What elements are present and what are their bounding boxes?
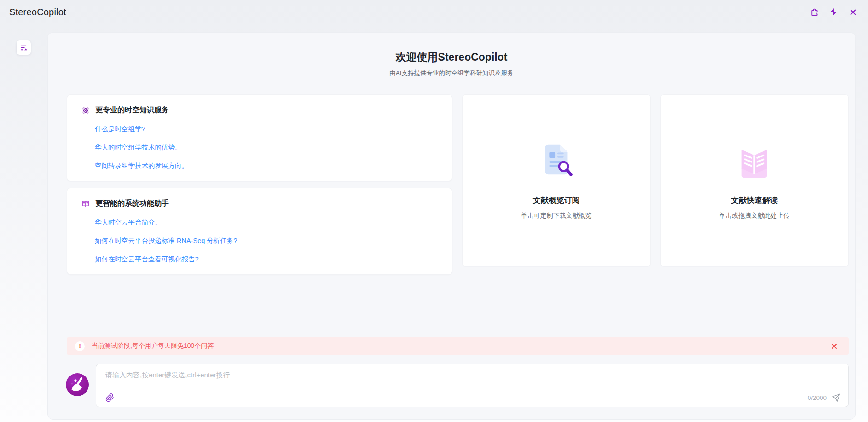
literature-reading-card[interactable]: 文献快速解读 单击或拖拽文献此处上传 bbox=[660, 94, 849, 266]
welcome-block: 欢迎使用StereoCopilot 由AI支持提供专业的时空组学科研知识及服务 bbox=[48, 33, 855, 77]
question-link[interactable]: 空间转录组学技术的发展方向。 bbox=[95, 162, 438, 170]
knowledge-card-title: 更专业的时空知识服务 bbox=[95, 105, 169, 115]
reading-card-title: 文献快速解读 bbox=[731, 195, 778, 206]
pink-book-icon bbox=[734, 141, 775, 181]
notice-banner: ! 当前测试阶段,每个用户每天限免100个问答 bbox=[67, 337, 849, 355]
collapse-list-icon bbox=[19, 43, 29, 52]
message-input-container: 0/2000 bbox=[96, 364, 849, 407]
resize-icon[interactable] bbox=[828, 7, 839, 17]
send-icon[interactable] bbox=[831, 393, 841, 403]
question-link[interactable]: 如何在时空云平台投递标准 RNA-Seq 分析任务? bbox=[95, 237, 438, 245]
assistant-card-title: 更智能的系统功能助手 bbox=[95, 199, 169, 208]
overview-card-title: 文献概览订阅 bbox=[533, 195, 580, 206]
welcome-subtitle: 由AI支持提供专业的时空组学科研知识及服务 bbox=[48, 69, 855, 77]
overview-card-subtitle: 单击可定制下载文献概览 bbox=[521, 212, 592, 220]
main-panel: 欢迎使用StereoCopilot 由AI支持提供专业的时空组学科研知识及服务 bbox=[47, 32, 856, 420]
reading-card-subtitle: 单击或拖拽文献此处上传 bbox=[719, 212, 790, 220]
notice-text: 当前测试阶段,每个用户每天限免100个问答 bbox=[92, 342, 214, 350]
question-link[interactable]: 什么是时空组学? bbox=[95, 125, 438, 133]
attachment-icon[interactable] bbox=[104, 393, 115, 403]
question-link[interactable]: 如何在时空云平台查看可视化报告? bbox=[95, 255, 438, 264]
broom-sparkle-icon bbox=[66, 373, 89, 396]
question-link[interactable]: 华大时空云平台简介。 bbox=[95, 218, 438, 227]
cards-left-column: 更专业的时空知识服务 什么是时空组学? 华大的时空组学技术的优势。 空间转录组学… bbox=[67, 94, 452, 266]
assistant-avatar bbox=[66, 373, 89, 396]
exclamation-icon: ! bbox=[75, 341, 85, 351]
welcome-title: 欢迎使用StereoCopilot bbox=[48, 50, 855, 64]
cards-row: 更专业的时空知识服务 什么是时空组学? 华大的时空组学技术的优势。 空间转录组学… bbox=[67, 94, 849, 266]
open-book-icon bbox=[81, 199, 90, 208]
document-search-icon bbox=[536, 141, 577, 181]
app-title: StereoCopilot bbox=[9, 7, 66, 17]
plugin-icon[interactable] bbox=[809, 7, 819, 17]
close-icon[interactable] bbox=[848, 7, 858, 17]
knowledge-card: 更专业的时空知识服务 什么是时空组学? 华大的时空组学技术的优势。 空间转录组学… bbox=[67, 94, 452, 181]
atom-icon bbox=[81, 106, 90, 115]
assistant-card: 更智能的系统功能助手 华大时空云平台简介。 如何在时空云平台投递标准 RNA-S… bbox=[67, 188, 452, 275]
char-counter: 0/2000 bbox=[808, 394, 827, 401]
question-link[interactable]: 华大的时空组学技术的优势。 bbox=[95, 143, 438, 152]
header-actions bbox=[809, 7, 859, 17]
message-input[interactable] bbox=[96, 364, 848, 388]
sidebar-toggle-button[interactable] bbox=[17, 40, 31, 55]
notice-close-icon[interactable] bbox=[830, 342, 838, 350]
app-header: StereoCopilot bbox=[0, 0, 868, 24]
literature-overview-card[interactable]: 文献概览订阅 单击可定制下载文献概览 bbox=[462, 94, 651, 266]
